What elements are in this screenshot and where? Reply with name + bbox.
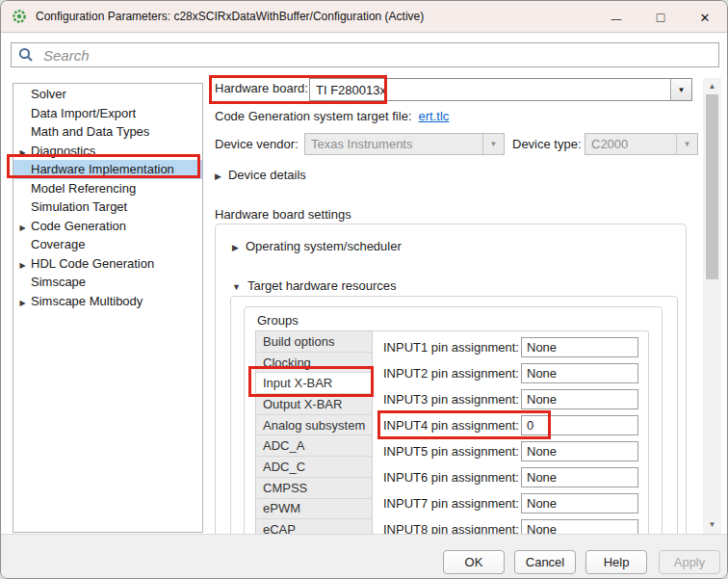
sidebar-item-diagnostics[interactable]: Diagnostics <box>13 142 202 161</box>
chevron-right-icon[interactable] <box>16 219 29 233</box>
chevron-down-icon <box>676 134 697 154</box>
chevron-down-icon <box>232 276 241 294</box>
target-hardware-resources-label: Target hardware resources <box>247 278 397 293</box>
search-input[interactable] <box>41 46 712 65</box>
sidebar-item-hdl-code-generation[interactable]: HDL Code Generation <box>13 254 202 274</box>
group-item-adc-a[interactable]: ADC_A <box>256 435 372 457</box>
sidebar-item-simulation-target[interactable]: Simulation Target <box>13 197 202 217</box>
group-item-cmpss[interactable]: CMPSS <box>256 478 372 499</box>
param-row-input7: INPUT7 pin assignment: <box>383 493 638 513</box>
maximize-button[interactable] <box>638 1 683 33</box>
group-item-analog-subsystem[interactable]: Analog subsystem <box>256 415 372 436</box>
vertical-scrollbar[interactable] <box>703 78 721 534</box>
device-vendor-combobox: Texas Instruments <box>304 133 505 155</box>
sidebar-item-simscape[interactable]: Simscape <box>13 273 202 292</box>
target-file-row: Code Generation system target file: ert.… <box>215 109 449 123</box>
chevron-right-icon[interactable] <box>16 256 29 271</box>
chevron-right-icon[interactable] <box>16 294 29 308</box>
device-vendor-label: Device vendor: <box>215 137 299 151</box>
input2-pin-field[interactable] <box>521 363 638 383</box>
device-details-toggle[interactable]: Device details <box>215 166 306 183</box>
title-bar: Configuration Parameters: c28xSCIRxDataW… <box>1 1 727 33</box>
target-file-label: Code Generation system target file: <box>215 109 412 123</box>
group-item-adc-c[interactable]: ADC_C <box>256 457 372 478</box>
chevron-right-icon[interactable] <box>16 144 29 158</box>
param-row-input6: INPUT6 pin assignment: <box>383 467 638 487</box>
param-row-input1: INPUT1 pin assignment: <box>383 337 638 357</box>
scroll-up-icon[interactable] <box>703 79 721 93</box>
chevron-right-icon <box>232 237 239 254</box>
help-button[interactable]: Help <box>585 550 647 574</box>
device-details-label: Device details <box>228 168 306 182</box>
input7-pin-field[interactable] <box>521 493 638 513</box>
minimize-icon <box>611 9 622 26</box>
target-hardware-resources-toggle[interactable]: Target hardware resources <box>232 276 397 294</box>
input3-label: INPUT3 pin assignment: <box>383 392 521 407</box>
param-row-input4: INPUT4 pin assignment: <box>383 415 638 435</box>
apply-button: Apply <box>659 550 720 574</box>
param-row-input5: INPUT5 pin assignment: <box>383 441 638 461</box>
close-icon <box>700 9 711 26</box>
minimize-button[interactable] <box>594 1 638 33</box>
group-item-input-x-bar[interactable]: Input X-BAR <box>256 373 372 394</box>
group-item-clocking[interactable]: Clocking <box>256 353 372 374</box>
hardware-board-combobox[interactable]: TI F280013x <box>309 78 692 101</box>
input2-label: INPUT2 pin assignment: <box>383 366 521 381</box>
dialog-footer: OK Cancel Help Apply <box>1 534 728 579</box>
os-scheduler-toggle[interactable]: Operating system/scheduler <box>232 237 402 254</box>
close-button[interactable] <box>683 1 727 33</box>
input4-label: INPUT4 pin assignment: <box>383 418 521 433</box>
param-row-input2: INPUT2 pin assignment: <box>383 363 638 383</box>
sidebar-item-coverage[interactable]: Coverage <box>13 235 202 254</box>
configuration-parameters-dialog: Configuration Parameters: c28xSCIRxDataW… <box>0 0 728 579</box>
search-icon <box>18 47 34 63</box>
ert-tlc-link[interactable]: ert.tlc <box>419 109 450 123</box>
hardware-board-value: TI F280013x <box>310 79 670 100</box>
sidebar-item-model-referencing[interactable]: Model Referencing <box>13 179 202 198</box>
group-item-epwm[interactable]: ePWM <box>256 499 372 520</box>
group-item-output-x-bar[interactable]: Output X-BAR <box>256 394 372 415</box>
input6-pin-field[interactable] <box>521 467 638 487</box>
hardware-board-settings-title: Hardware board settings <box>215 207 351 222</box>
chevron-down-icon[interactable] <box>670 79 691 100</box>
input5-label: INPUT5 pin assignment: <box>383 444 521 459</box>
configset-gear-icon <box>12 9 27 24</box>
input7-label: INPUT7 pin assignment: <box>383 496 521 511</box>
hardware-board-label: Hardware board: <box>215 81 308 95</box>
device-type-combobox: C2000 <box>585 133 698 155</box>
pin-assignment-params: INPUT1 pin assignment: INPUT2 pin assign… <box>383 337 638 540</box>
scrollbar-thumb[interactable] <box>706 94 718 279</box>
os-scheduler-label: Operating system/scheduler <box>246 239 402 253</box>
input3-pin-field[interactable] <box>521 389 638 409</box>
input1-label: INPUT1 pin assignment: <box>383 340 521 355</box>
scroll-down-icon[interactable] <box>703 517 721 532</box>
groups-label: Groups <box>257 313 299 328</box>
cancel-button[interactable]: Cancel <box>514 550 576 574</box>
maximize-icon <box>657 9 664 26</box>
device-vendor-value: Texas Instruments <box>305 134 482 154</box>
sidebar-item-hardware-implementation[interactable]: Hardware Implementation <box>13 160 202 179</box>
chevron-down-icon <box>482 134 504 154</box>
group-item-build-options[interactable]: Build options <box>256 331 372 353</box>
chevron-right-icon <box>215 166 221 183</box>
ok-button[interactable]: OK <box>443 550 505 574</box>
input5-pin-field[interactable] <box>521 441 638 461</box>
device-type-label: Device type: <box>512 137 582 151</box>
device-type-value: C2000 <box>585 134 676 154</box>
input1-pin-field[interactable] <box>521 337 638 357</box>
sidebar-item-solver[interactable]: Solver <box>13 85 202 104</box>
input4-pin-field[interactable] <box>521 415 638 435</box>
sidebar-item-simscape-multibody[interactable]: Simscape Multibody <box>13 292 202 311</box>
sidebar-item-data-import-export[interactable]: Data Import/Export <box>13 104 202 123</box>
search-bar <box>11 42 719 67</box>
param-row-input3: INPUT3 pin assignment: <box>383 389 638 409</box>
groups-list: Build options Clocking Input X-BAR Outpu… <box>255 330 373 540</box>
input6-label: INPUT6 pin assignment: <box>383 470 521 485</box>
sidebar-item-code-generation[interactable]: Code Generation <box>13 217 202 236</box>
window-title: Configuration Parameters: c28xSCIRxDataW… <box>36 10 424 23</box>
category-tree: Solver Data Import/Export Math and Data … <box>13 83 203 533</box>
window-controls <box>594 1 727 33</box>
sidebar-item-math-and-data-types[interactable]: Math and Data Types <box>13 122 202 142</box>
